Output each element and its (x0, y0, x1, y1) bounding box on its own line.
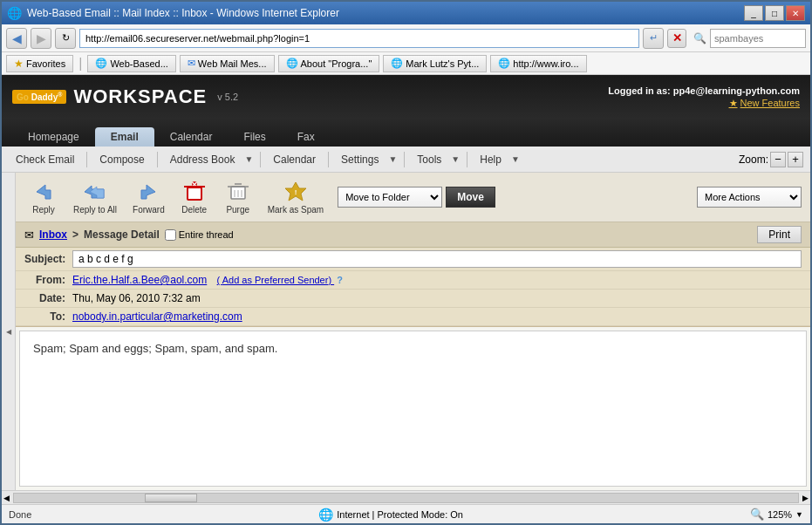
fav-tab-4[interactable]: 🌐 http://www.iro... (490, 55, 586, 72)
to-row: To: nobody.in.particular@marketing.com (16, 308, 810, 326)
delete-button[interactable]: ✕ Delete (175, 178, 214, 216)
from-email-link[interactable]: Eric.the.Half.a.Bee@aol.com (72, 274, 207, 286)
back-button[interactable]: ◀ (6, 28, 27, 49)
svg-text:✕: ✕ (191, 181, 198, 189)
left-scroll: ◀ (2, 173, 16, 490)
new-features-link[interactable]: ★ New Features (729, 98, 800, 109)
zoom-plus-button[interactable]: + (788, 152, 803, 167)
help-button[interactable]: Help (473, 152, 508, 167)
forward-button[interactable]: ▶ (31, 28, 51, 49)
move-folder-select[interactable]: Move to Folder (338, 187, 442, 208)
date-value: Thu, May 06, 2010 7:32 am (72, 292, 802, 304)
address-book-arrow[interactable]: ▼ (242, 153, 255, 166)
scroll-thumb[interactable] (145, 494, 197, 502)
move-button[interactable]: Move (446, 187, 495, 208)
fav-tab-2[interactable]: 🌐 About "Progra..." (278, 55, 380, 72)
tab-files[interactable]: Files (228, 127, 281, 147)
scroll-left-arrow[interactable]: ◀ (2, 494, 11, 502)
help-icon[interactable]: ? (337, 275, 343, 285)
from-label: From: (24, 274, 72, 286)
tools-dropdown: Tools ▼ (410, 152, 461, 167)
subject-value: a b c d e f g (72, 250, 802, 268)
main-content: Go Daddy® WORKSPACE v 5.2 Logged in as: … (2, 75, 810, 504)
close-button[interactable]: ✕ (786, 5, 805, 21)
subject-label: Subject: (24, 253, 72, 265)
to-email-link[interactable]: nobody.in.particular@marketing.com (72, 310, 242, 323)
mark-spam-button[interactable]: ! Mark as Spam (263, 178, 329, 216)
status-bar: Done 🌐 Internet | Protected Mode: On 🔍 1… (2, 504, 810, 523)
tab-calendar[interactable]: Calendar (154, 127, 229, 147)
internet-label: Internet | Protected Mode: On (337, 509, 463, 520)
purge-button[interactable]: Purge (219, 178, 257, 216)
logged-in-text: Logged in as: pp4e@learning-python.com (608, 85, 800, 96)
workspace-title: WORKSPACE (73, 85, 207, 108)
svg-marker-0 (37, 185, 51, 199)
print-button[interactable]: Print (757, 226, 802, 243)
minimize-button[interactable]: _ (744, 5, 763, 21)
user-email: pp4e@learning-python.com (673, 85, 800, 96)
forward-button[interactable]: Forward (127, 178, 170, 216)
reply-icon (30, 180, 58, 204)
entire-thread-label[interactable]: Entire thread (165, 229, 234, 241)
tab-email[interactable]: Email (95, 127, 154, 147)
horizontal-scrollbar[interactable]: ◀ ▶ (2, 490, 810, 504)
breadcrumb-bar: ✉ Inbox > Message Detail Entire thread P… (16, 222, 810, 248)
help-arrow[interactable]: ▼ (509, 153, 522, 166)
go-button[interactable]: ↵ (643, 28, 664, 49)
fav-tab-0[interactable]: 🌐 Web-Based... (87, 55, 175, 72)
tab-homepage[interactable]: Homepage (12, 127, 95, 147)
tools-button[interactable]: Tools (410, 152, 448, 167)
reply-button[interactable]: Reply (24, 178, 63, 216)
settings-button[interactable]: Settings (334, 152, 386, 167)
status-right: 🔍 125% ▼ (750, 508, 803, 521)
address-bar[interactable] (79, 29, 639, 48)
calendar-button[interactable]: Calendar (266, 152, 323, 167)
forward-icon (134, 180, 162, 204)
internet-icon: 🌐 (318, 508, 333, 522)
refresh-button[interactable]: ↻ (55, 28, 76, 49)
svg-marker-3 (141, 185, 155, 199)
from-value: Eric.the.Half.a.Bee@aol.com ( Add as Pre… (72, 274, 802, 286)
email-content: Reply Reply to All (16, 173, 810, 490)
search-input[interactable] (710, 29, 806, 48)
favorites-button[interactable]: ★ Favorites (6, 55, 73, 72)
tools-arrow[interactable]: ▼ (449, 153, 461, 166)
add-sender-link[interactable]: ( Add as Preferred Sender) (217, 275, 335, 285)
app-header: Go Daddy® WORKSPACE v 5.2 Logged in as: … (2, 75, 810, 119)
check-email-button[interactable]: Check Email (9, 152, 81, 167)
inbox-link[interactable]: Inbox (39, 228, 67, 241)
maximize-button[interactable]: □ (765, 5, 784, 21)
fav-tab-3[interactable]: 🌐 Mark Lutz's Pyt... (383, 55, 487, 72)
tab-fax[interactable]: Fax (282, 127, 331, 147)
sep-2 (157, 152, 158, 167)
address-book-button[interactable]: Address Book (163, 152, 242, 167)
ie-icon-4: 🌐 (498, 58, 510, 69)
address-book-dropdown: Address Book ▼ (163, 152, 256, 167)
message-text: Spam; Spam and eggs; Spam, spam, and spa… (33, 342, 793, 355)
compose-button[interactable]: Compose (92, 152, 151, 167)
zoom-dropdown-arrow[interactable]: ▼ (795, 510, 803, 519)
breadcrumb-detail: Message Detail (84, 228, 160, 241)
zoom-level: 125% (768, 509, 792, 520)
more-actions-select[interactable]: More Actions (697, 187, 802, 208)
ie-logo-icon: 🌐 (7, 6, 22, 20)
app-nav-tabs: Homepage Email Calendar Files Fax (2, 119, 810, 147)
ie-icon-2: 🌐 (286, 58, 298, 69)
separator: | (78, 56, 82, 72)
settings-arrow[interactable]: ▼ (386, 153, 399, 166)
zoom-icon: 🔍 (750, 508, 764, 521)
scroll-track[interactable] (13, 493, 799, 503)
zoom-minus-button[interactable]: − (770, 152, 786, 167)
svg-rect-4 (188, 188, 201, 200)
scroll-right-arrow[interactable]: ▶ (801, 494, 810, 502)
reply-all-button[interactable]: Reply to All (68, 178, 122, 216)
sep-4 (328, 152, 329, 167)
fav-tab-1[interactable]: ✉ Web Mail Mes... (180, 55, 275, 72)
status-text: Done (9, 509, 31, 520)
scroll-left-icon[interactable]: ◀ (4, 326, 13, 338)
subject-row: Subject: a b c d e f g (16, 248, 810, 271)
help-dropdown: Help ▼ (473, 152, 522, 167)
entire-thread-checkbox[interactable] (165, 229, 176, 241)
stop-button[interactable]: ✕ (667, 29, 686, 48)
title-bar: 🌐 Web-Based Email :: Mail Index :: Inbox… (2, 2, 810, 24)
